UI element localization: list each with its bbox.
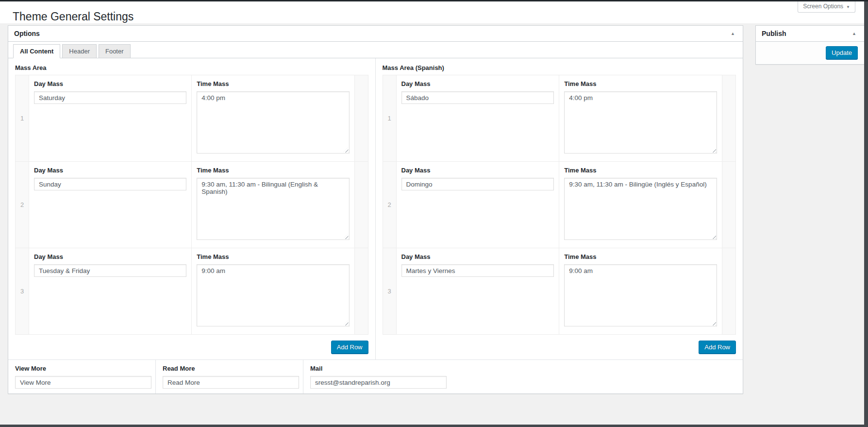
tab-header[interactable]: Header <box>62 44 97 58</box>
time-mass-cell: Time Mass <box>559 162 722 248</box>
day-mass-label: Day Mass <box>34 253 186 260</box>
collapse-toggle-icon[interactable]: ▲ <box>729 32 737 36</box>
repeater-table: 1 Day Mass Time Mass 2 Day Mass Time Mas… <box>15 75 368 335</box>
day-mass-label: Day Mass <box>401 167 554 174</box>
publish-metabox: Publish ▲ Update <box>755 25 865 65</box>
day-mass-input[interactable] <box>401 91 554 104</box>
read-more-label: Read More <box>163 365 296 372</box>
time-mass-label: Time Mass <box>564 80 717 87</box>
page-title: Theme General Settings <box>13 10 134 24</box>
options-title: Options <box>14 30 40 37</box>
day-mass-cell: Day Mass <box>29 248 192 335</box>
tab-bar: All Content Header Footer <box>8 42 743 58</box>
repeater-row: 1 Day Mass Time Mass <box>383 75 736 162</box>
day-mass-label: Day Mass <box>401 253 554 260</box>
day-mass-input[interactable] <box>401 264 554 277</box>
day-mass-cell: Day Mass <box>29 162 192 248</box>
row-number-handle[interactable]: 2 <box>383 162 396 248</box>
time-mass-label: Time Mass <box>564 167 717 174</box>
admin-page: Screen Options▼ Theme General Settings O… <box>0 0 868 427</box>
time-mass-textarea[interactable] <box>197 178 349 240</box>
bottom-fields-row: View More Read More Mail <box>8 360 743 393</box>
mail-input[interactable] <box>310 376 447 389</box>
screen-options-label: Screen Options <box>803 3 843 10</box>
section-label: Mass Area (Spanish) <box>383 64 736 71</box>
repeater-footer: Add Row <box>383 341 736 354</box>
update-button[interactable]: Update <box>826 46 858 59</box>
row-actions-cell <box>722 75 736 162</box>
tab-footer[interactable]: Footer <box>99 44 131 58</box>
row-number-handle[interactable]: 3 <box>16 248 29 335</box>
day-mass-cell: Day Mass <box>396 248 559 335</box>
day-mass-cell: Day Mass <box>396 162 559 248</box>
repeater-row: 1 Day Mass Time Mass <box>16 75 368 162</box>
day-mass-label: Day Mass <box>34 80 186 87</box>
time-mass-textarea[interactable] <box>564 91 717 154</box>
options-metabox-header[interactable]: Options ▲ <box>8 26 743 42</box>
read-more-input[interactable] <box>163 376 299 389</box>
view-more-field: View More <box>8 360 155 393</box>
window-bottom-edge <box>0 425 868 427</box>
repeater-row: 3 Day Mass Time Mass <box>16 248 368 335</box>
time-mass-textarea[interactable] <box>197 264 349 326</box>
day-mass-input[interactable] <box>34 264 186 277</box>
time-mass-textarea[interactable] <box>197 91 349 154</box>
view-more-input[interactable] <box>15 376 151 389</box>
time-mass-textarea[interactable] <box>564 264 717 326</box>
day-mass-input[interactable] <box>34 178 186 190</box>
collapse-toggle-icon[interactable]: ▲ <box>850 32 858 36</box>
repeater-table: 1 Day Mass Time Mass 2 Day Mass Time Mas… <box>383 75 736 335</box>
add-row-button[interactable]: Add Row <box>699 341 736 354</box>
day-mass-cell: Day Mass <box>29 75 192 162</box>
repeater-row: 2 Day Mass Time Mass <box>16 162 368 248</box>
day-mass-label: Day Mass <box>401 80 554 87</box>
time-mass-cell: Time Mass <box>192 162 354 248</box>
row-actions-cell <box>354 162 368 248</box>
row-actions-cell <box>722 248 736 335</box>
mass-area-section: Mass Area (Spanish) 1 Day Mass Time Mass… <box>376 58 743 359</box>
mail-label: Mail <box>310 365 736 372</box>
screen-options-button[interactable]: Screen Options▼ <box>798 1 855 13</box>
day-mass-input[interactable] <box>401 178 554 190</box>
time-mass-cell: Time Mass <box>559 75 722 162</box>
window-right-edge <box>864 0 868 427</box>
mass-area-sections: Mass Area 1 Day Mass Time Mass 2 Day Mas… <box>8 58 743 360</box>
day-mass-cell: Day Mass <box>396 75 559 162</box>
row-number-handle[interactable]: 1 <box>383 75 396 162</box>
repeater-row: 3 Day Mass Time Mass <box>383 248 736 335</box>
read-more-field: Read More <box>155 360 303 393</box>
time-mass-label: Time Mass <box>197 253 349 260</box>
time-mass-label: Time Mass <box>564 253 717 260</box>
row-actions-cell <box>354 248 368 335</box>
row-number-handle[interactable]: 2 <box>16 162 29 248</box>
options-metabox: Options ▲ All Content Header Footer Mass… <box>8 25 743 394</box>
row-number-handle[interactable]: 3 <box>383 248 396 335</box>
time-mass-cell: Time Mass <box>192 75 354 162</box>
time-mass-label: Time Mass <box>197 80 349 87</box>
day-mass-label: Day Mass <box>34 167 186 174</box>
admin-bar-edge <box>0 0 868 1</box>
time-mass-textarea[interactable] <box>564 178 717 240</box>
chevron-down-icon: ▼ <box>846 5 850 9</box>
tab-all-content[interactable]: All Content <box>13 44 60 58</box>
time-mass-cell: Time Mass <box>559 248 722 335</box>
repeater-footer: Add Row <box>15 341 368 354</box>
time-mass-label: Time Mass <box>197 167 349 174</box>
repeater-row: 2 Day Mass Time Mass <box>383 162 736 248</box>
day-mass-input[interactable] <box>34 91 186 104</box>
view-more-label: View More <box>15 365 149 372</box>
mail-field: Mail <box>303 360 743 393</box>
time-mass-cell: Time Mass <box>192 248 354 335</box>
row-actions-cell <box>722 162 736 248</box>
mass-area-section: Mass Area 1 Day Mass Time Mass 2 Day Mas… <box>8 58 376 359</box>
row-number-handle[interactable]: 1 <box>16 75 29 162</box>
publish-title: Publish <box>762 30 786 37</box>
publish-metabox-header[interactable]: Publish ▲ <box>756 26 864 42</box>
row-actions-cell <box>354 75 368 162</box>
add-row-button[interactable]: Add Row <box>331 341 368 354</box>
publish-body: Update <box>756 42 864 64</box>
section-label: Mass Area <box>15 64 368 71</box>
